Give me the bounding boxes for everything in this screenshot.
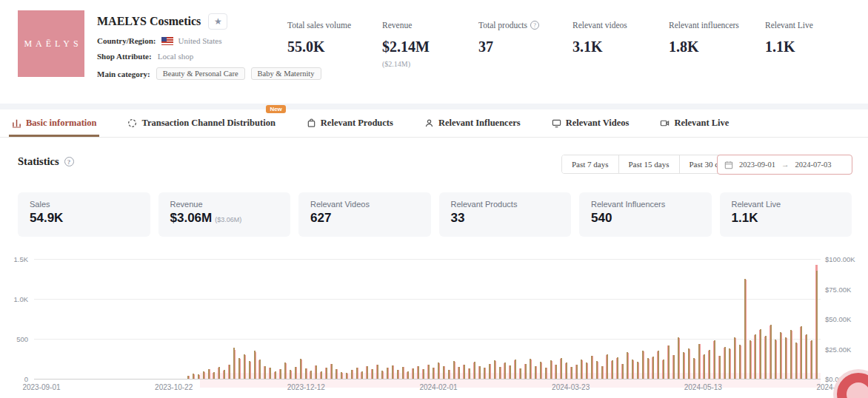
help-icon[interactable]: ?: [64, 157, 74, 166]
sales-bar: [714, 340, 715, 379]
y-axis-right-tick: $75.00K: [825, 286, 851, 294]
sales-bar: [750, 340, 751, 379]
sales-bar: [244, 354, 245, 380]
sales-bar: [392, 365, 393, 379]
sales-bar: [586, 362, 587, 379]
sales-bar: [316, 365, 317, 379]
sales-bar: [300, 359, 301, 379]
sales-bar: [423, 369, 424, 379]
sales-bar: [775, 340, 776, 379]
sales-bar: [627, 352, 628, 379]
sales-bar: [356, 368, 358, 379]
bag-icon: [307, 118, 316, 128]
sales-bar: [433, 368, 434, 379]
date-range-picker[interactable]: 2023-09-01 → 2024-07-03: [717, 155, 852, 175]
sales-bar: [305, 368, 307, 379]
sales-bar: [280, 369, 281, 379]
card-relevant-influencers[interactable]: Relevant Influencers 540: [579, 192, 712, 237]
tab-relevant-influencers[interactable]: Relevant Influencers: [424, 109, 521, 137]
date-arrow: →: [781, 161, 789, 169]
sales-bar: [346, 373, 347, 379]
sales-bar: [474, 362, 475, 379]
card-relevant-products[interactable]: Relevant Products 33: [439, 192, 572, 237]
sales-bar: [208, 369, 210, 379]
sync-circle-icon: [127, 118, 137, 128]
sales-bar: [765, 336, 767, 379]
x-axis-tick: 2023-12-12: [287, 383, 325, 391]
sales-bar: [795, 343, 797, 379]
card-sales[interactable]: Sales 54.9K: [18, 192, 150, 237]
person-icon: [424, 118, 434, 128]
y-axis-right-tick: $50.00K: [825, 315, 851, 323]
sales-bar: [739, 345, 741, 379]
sales-bar: [458, 367, 460, 379]
tab-relevant-live[interactable]: Relevant Live: [660, 109, 729, 137]
sales-bar: [637, 362, 638, 379]
sales-bar: [341, 372, 342, 379]
y-axis-left-tick: 1.0K: [0, 295, 28, 303]
sales-bar: [275, 371, 276, 379]
sales-bar: [479, 366, 481, 379]
sales-bar: [198, 374, 199, 379]
sales-bar: [464, 365, 465, 379]
tab-relevant-products[interactable]: Relevant Products: [307, 109, 393, 137]
y-axis-left-tick: 1.5K: [0, 255, 28, 263]
sales-bar: [693, 358, 695, 379]
date-start[interactable]: 2023-09-01: [739, 161, 775, 169]
sales-bar: [213, 372, 215, 379]
sales-bar: [229, 365, 230, 379]
sales-bar: [331, 364, 333, 380]
card-relevant-videos[interactable]: Relevant Videos 627: [298, 192, 431, 237]
sales-bar: [484, 368, 485, 379]
bar-chart-icon: [12, 118, 21, 128]
tab-basic-information[interactable]: Basic information: [12, 109, 96, 137]
x-axis-tick: 2023-09-01: [22, 383, 60, 391]
date-end[interactable]: 2024-07-03: [795, 161, 832, 169]
sales-bar: [647, 358, 649, 379]
card-relevant-live[interactable]: Relevant Live 1.1K: [720, 192, 852, 237]
sales-bar: [407, 371, 409, 379]
sales-bar: [550, 360, 552, 379]
y-axis-right-tick: $100.00K: [825, 255, 855, 263]
sales-bar: [270, 368, 271, 379]
x-axis-tick: 2023-10-22: [155, 383, 193, 391]
gridline: [34, 299, 821, 300]
sales-bar: [673, 355, 675, 379]
sales-bar: [622, 364, 624, 380]
sales-bar: [284, 362, 286, 379]
sales-bar: [816, 271, 818, 379]
sales-bar: [652, 357, 654, 379]
tab-transaction-channel-distribution[interactable]: Transaction Channel Distribution New: [127, 109, 275, 137]
tab-bar: Basic information Transaction Channel Di…: [0, 109, 868, 138]
sales-bar: [530, 359, 531, 379]
calendar-icon: [724, 161, 733, 169]
new-badge: New: [266, 105, 285, 113]
x-axis-tick: 2024-02-01: [419, 383, 457, 391]
past-7-days-button[interactable]: Past 7 days: [562, 155, 619, 173]
sales-bar: [377, 365, 378, 379]
stat-relevant-live: Relevant Live 1.1K: [765, 21, 858, 68]
sales-bar: [612, 360, 613, 379]
sales-bar: [203, 371, 204, 379]
sales-bar: [387, 368, 388, 379]
past-15-days-button[interactable]: Past 15 days: [619, 155, 680, 173]
sales-bar: [187, 376, 189, 379]
sales-bar: [811, 340, 812, 379]
sales-bar: [576, 365, 578, 379]
card-revenue[interactable]: Revenue $3.06M($3.06M): [158, 192, 291, 237]
help-icon[interactable]: ?: [530, 21, 539, 30]
sales-bar: [591, 356, 592, 379]
sales-bar: [428, 365, 430, 379]
sales-bar: [571, 367, 572, 379]
shop-name: MAELYS Cosmetics: [97, 15, 201, 28]
sales-bar: [510, 365, 511, 379]
sales-bar: [402, 367, 404, 379]
country-value: United States: [178, 36, 221, 45]
sales-bar: [770, 325, 772, 379]
favorite-button[interactable]: ★: [208, 13, 227, 30]
y-axis-right-tick: $25.00K: [825, 345, 851, 354]
tab-relevant-videos[interactable]: Relevant Videos: [552, 109, 630, 137]
date-range-buttons: Past 7 days Past 15 days Past 30 days: [561, 155, 741, 174]
sales-bar: [790, 330, 792, 379]
sales-bar: [515, 360, 516, 379]
